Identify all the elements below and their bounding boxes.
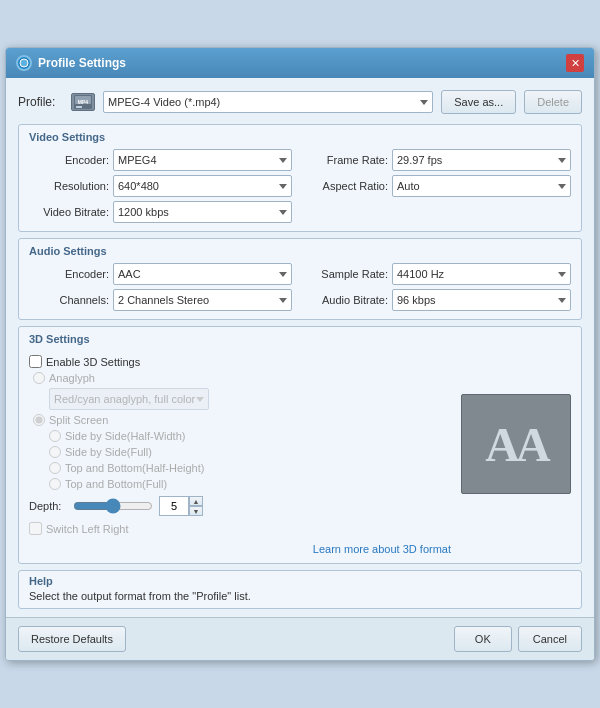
3d-settings-title: 3D Settings bbox=[29, 333, 451, 345]
frame-rate-select[interactable]: 29.97 fps bbox=[392, 149, 571, 171]
anaglyph-radio[interactable] bbox=[33, 372, 45, 384]
split-screen-label[interactable]: Split Screen bbox=[49, 414, 108, 426]
aspect-ratio-label: Aspect Ratio: bbox=[308, 180, 388, 192]
profile-row: Profile: MP4 MPEG-4 Video (*.mp4) Save a… bbox=[18, 86, 582, 118]
help-section: Help Select the output format from the "… bbox=[18, 570, 582, 609]
enable-3d-row: Enable 3D Settings bbox=[29, 355, 451, 368]
help-title: Help bbox=[29, 575, 571, 587]
profile-settings-dialog: Profile Settings ✕ Profile: MP4 MPEG-4 V… bbox=[5, 47, 595, 661]
video-settings-grid: Encoder: MPEG4 Frame Rate: 29.97 fps Res… bbox=[29, 149, 571, 223]
preview-text: AA bbox=[485, 417, 546, 472]
resolution-label: Resolution: bbox=[29, 180, 109, 192]
channels-select[interactable]: 2 Channels Stereo bbox=[113, 289, 292, 311]
side-by-side-half-label: Side by Side(Half-Width) bbox=[65, 430, 185, 442]
side-by-side-half-radio[interactable] bbox=[49, 430, 61, 442]
audio-encoder-row: Encoder: AAC bbox=[29, 263, 292, 285]
svg-rect-4 bbox=[76, 106, 82, 108]
aspect-ratio-row: Aspect Ratio: Auto bbox=[308, 175, 571, 197]
split-screen-radio[interactable] bbox=[33, 414, 45, 426]
audio-settings-grid: Encoder: AAC Sample Rate: 44100 Hz Chann… bbox=[29, 263, 571, 311]
audio-settings-section: Audio Settings Encoder: AAC Sample Rate:… bbox=[18, 238, 582, 320]
depth-decrement-button[interactable]: ▼ bbox=[189, 506, 203, 516]
audio-encoder-label: Encoder: bbox=[29, 268, 109, 280]
enable-3d-label[interactable]: Enable 3D Settings bbox=[46, 356, 140, 368]
3d-settings-left: 3D Settings Enable 3D Settings Anaglyph … bbox=[29, 333, 451, 555]
3d-preview-box: AA bbox=[461, 394, 571, 494]
3d-preview-area: AA bbox=[461, 333, 571, 555]
encoder-row: Encoder: MPEG4 bbox=[29, 149, 292, 171]
top-bottom-half-radio[interactable] bbox=[49, 462, 61, 474]
depth-row: Depth: ▲ ▼ bbox=[29, 496, 451, 516]
delete-button[interactable]: Delete bbox=[524, 90, 582, 114]
audio-encoder-select[interactable]: AAC bbox=[113, 263, 292, 285]
switch-left-right-label[interactable]: Switch Left Right bbox=[46, 523, 129, 535]
save-as-button[interactable]: Save as... bbox=[441, 90, 516, 114]
anaglyph-row: Anaglyph bbox=[29, 372, 451, 384]
depth-spinbox-buttons: ▲ ▼ bbox=[189, 496, 203, 516]
enable-3d-checkbox[interactable] bbox=[29, 355, 42, 368]
resolution-select[interactable]: 640*480 bbox=[113, 175, 292, 197]
resolution-row: Resolution: 640*480 bbox=[29, 175, 292, 197]
video-bitrate-row: Video Bitrate: 1200 kbps bbox=[29, 201, 292, 223]
top-bottom-full-radio[interactable] bbox=[49, 478, 61, 490]
footer-right-buttons: OK Cancel bbox=[454, 626, 582, 652]
sample-rate-select[interactable]: 44100 Hz bbox=[392, 263, 571, 285]
switch-left-right-row: Switch Left Right bbox=[29, 522, 451, 535]
depth-value-input[interactable] bbox=[159, 496, 189, 516]
channels-label: Channels: bbox=[29, 294, 109, 306]
app-icon bbox=[16, 55, 32, 71]
video-bitrate-label: Video Bitrate: bbox=[29, 206, 109, 218]
sample-rate-row: Sample Rate: 44100 Hz bbox=[308, 263, 571, 285]
profile-format-icon: MP4 bbox=[71, 93, 95, 111]
audio-bitrate-select[interactable]: 96 kbps bbox=[392, 289, 571, 311]
aspect-ratio-select[interactable]: Auto bbox=[392, 175, 571, 197]
dialog-footer: Restore Defaults OK Cancel bbox=[6, 617, 594, 660]
help-text: Select the output format from the "Profi… bbox=[29, 590, 571, 602]
restore-defaults-button[interactable]: Restore Defaults bbox=[18, 626, 126, 652]
frame-rate-row: Frame Rate: 29.97 fps bbox=[308, 149, 571, 171]
sample-rate-label: Sample Rate: bbox=[308, 268, 388, 280]
cancel-button[interactable]: Cancel bbox=[518, 626, 582, 652]
dialog-title: Profile Settings bbox=[38, 56, 126, 70]
encoder-label: Encoder: bbox=[29, 154, 109, 166]
side-by-side-full-radio[interactable] bbox=[49, 446, 61, 458]
video-bitrate-select[interactable]: 1200 kbps bbox=[113, 201, 292, 223]
anaglyph-select-row: Red/cyan anaglyph, full color bbox=[29, 388, 451, 410]
audio-settings-title: Audio Settings bbox=[29, 245, 571, 257]
video-settings-title: Video Settings bbox=[29, 131, 571, 143]
top-bottom-full-label: Top and Bottom(Full) bbox=[65, 478, 167, 490]
svg-point-0 bbox=[20, 59, 28, 67]
title-bar: Profile Settings ✕ bbox=[6, 48, 594, 78]
ok-button[interactable]: OK bbox=[454, 626, 512, 652]
top-bottom-half-label: Top and Bottom(Half-Height) bbox=[65, 462, 204, 474]
depth-spinbox: ▲ ▼ bbox=[159, 496, 203, 516]
audio-bitrate-label: Audio Bitrate: bbox=[308, 294, 388, 306]
close-button[interactable]: ✕ bbox=[566, 54, 584, 72]
split-screen-row: Split Screen bbox=[29, 414, 451, 426]
depth-increment-button[interactable]: ▲ bbox=[189, 496, 203, 506]
split-option-3: Top and Bottom(Half-Height) bbox=[29, 462, 451, 474]
audio-bitrate-row: Audio Bitrate: 96 kbps bbox=[308, 289, 571, 311]
side-by-side-full-label: Side by Side(Full) bbox=[65, 446, 152, 458]
encoder-select[interactable]: MPEG4 bbox=[113, 149, 292, 171]
frame-rate-label: Frame Rate: bbox=[308, 154, 388, 166]
switch-left-right-checkbox[interactable] bbox=[29, 522, 42, 535]
dialog-body: Profile: MP4 MPEG-4 Video (*.mp4) Save a… bbox=[6, 78, 594, 617]
split-option-2: Side by Side(Full) bbox=[29, 446, 451, 458]
depth-slider[interactable] bbox=[73, 499, 153, 513]
anaglyph-type-select: Red/cyan anaglyph, full color bbox=[49, 388, 209, 410]
depth-label: Depth: bbox=[29, 500, 67, 512]
video-settings-section: Video Settings Encoder: MPEG4 Frame Rate… bbox=[18, 124, 582, 232]
split-option-4: Top and Bottom(Full) bbox=[29, 478, 451, 490]
title-bar-left: Profile Settings bbox=[16, 55, 126, 71]
profile-label: Profile: bbox=[18, 95, 63, 109]
svg-text:MP4: MP4 bbox=[78, 99, 89, 105]
3d-settings-section: 3D Settings Enable 3D Settings Anaglyph … bbox=[18, 326, 582, 564]
channels-row: Channels: 2 Channels Stereo bbox=[29, 289, 292, 311]
profile-select[interactable]: MPEG-4 Video (*.mp4) bbox=[103, 91, 433, 113]
anaglyph-label[interactable]: Anaglyph bbox=[49, 372, 95, 384]
learn-more-link[interactable]: Learn more about 3D format bbox=[313, 543, 451, 555]
split-option-1: Side by Side(Half-Width) bbox=[29, 430, 451, 442]
